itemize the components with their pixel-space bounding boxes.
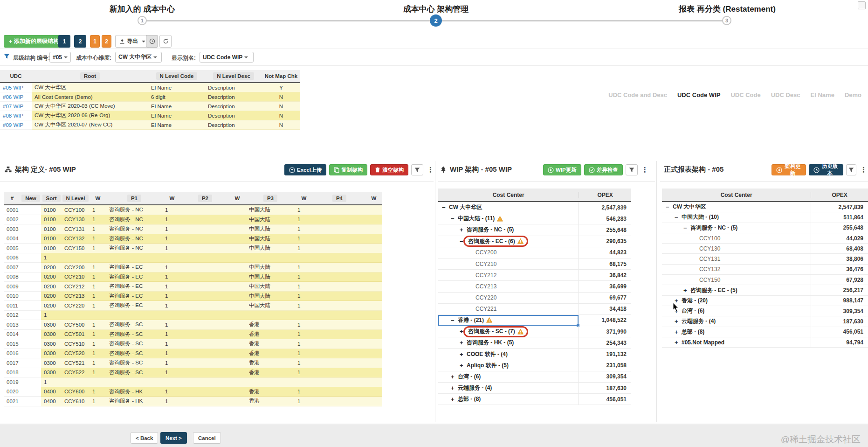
history-version-button[interactable]: 历史版本 bbox=[809, 164, 843, 175]
cost-center-cell[interactable]: +#05.Not Mapped bbox=[662, 337, 811, 347]
definition-cell[interactable] bbox=[365, 272, 382, 282]
definition-cell[interactable] bbox=[182, 368, 228, 377]
definition-cell[interactable]: 1 bbox=[295, 291, 313, 301]
tree-row[interactable]: CCY10044,029 bbox=[662, 233, 868, 244]
expand-icon[interactable]: + bbox=[451, 396, 458, 403]
definition-cell[interactable] bbox=[313, 301, 365, 311]
tree-row[interactable]: +总部 - (8)456,051 bbox=[662, 327, 868, 337]
definition-cell[interactable]: 1 bbox=[162, 358, 182, 368]
definition-cell[interactable] bbox=[90, 253, 106, 263]
definition-cell[interactable]: 1 bbox=[295, 244, 313, 253]
definition-cell[interactable]: 1 bbox=[295, 349, 313, 358]
definition-cell[interactable] bbox=[182, 349, 228, 358]
definition-cell[interactable] bbox=[228, 358, 246, 368]
tree-row[interactable]: CCY13138,806 bbox=[662, 254, 868, 264]
formal-more-menu-icon[interactable]: ⋮ bbox=[859, 166, 868, 174]
step-1-circle[interactable]: 1 bbox=[138, 16, 147, 25]
definition-cell[interactable] bbox=[313, 368, 365, 377]
definition-cell[interactable] bbox=[228, 301, 246, 311]
definition-cell[interactable] bbox=[228, 329, 246, 339]
definition-cell[interactable] bbox=[182, 291, 228, 301]
definition-cell[interactable] bbox=[246, 310, 295, 320]
definition-cell[interactable]: 1 bbox=[162, 215, 182, 224]
definition-cell[interactable] bbox=[182, 215, 228, 224]
alias-select[interactable]: UDC Code WIP bbox=[200, 52, 254, 63]
expand-icon[interactable]: + bbox=[675, 339, 682, 346]
definition-cell[interactable] bbox=[228, 310, 246, 320]
definition-header[interactable]: P4 bbox=[313, 192, 365, 205]
definition-cell[interactable] bbox=[228, 272, 246, 282]
tree-row[interactable]: −香港 - (21)1,048,522 bbox=[438, 315, 631, 326]
definition-cell[interactable]: 0100 bbox=[41, 224, 62, 234]
tree-row[interactable]: CCY21236,842 bbox=[438, 270, 631, 281]
expand-icon[interactable]: + bbox=[675, 328, 682, 335]
definition-header[interactable]: P1 bbox=[106, 192, 162, 205]
definition-cell[interactable] bbox=[365, 244, 382, 253]
definition-cell[interactable] bbox=[365, 387, 382, 397]
definition-cell[interactable] bbox=[182, 253, 228, 263]
add-hierarchy-button[interactable]: + 添加新的层级结构 bbox=[4, 35, 64, 48]
definition-cell[interactable]: 1 bbox=[162, 397, 182, 406]
definition-cell[interactable]: 1 bbox=[162, 320, 182, 330]
definition-cell[interactable]: 中国大陆 bbox=[246, 263, 295, 272]
cost-center-cell[interactable]: −CW 大中华区 bbox=[662, 202, 811, 212]
definition-cell[interactable] bbox=[228, 349, 246, 358]
definition-cell[interactable] bbox=[365, 339, 382, 349]
definition-cell[interactable]: 1 bbox=[295, 224, 313, 234]
tree-row[interactable]: +咨询服务 - NC - (5)255,648 bbox=[438, 224, 631, 236]
tab-udc-code-and-desc[interactable]: UDC Code and Desc bbox=[608, 91, 667, 98]
level-button-dark-1[interactable]: 1 bbox=[58, 35, 70, 48]
refresh-button[interactable] bbox=[159, 35, 172, 48]
cost-center-cell[interactable]: CCY132 bbox=[662, 265, 811, 274]
tree-row[interactable]: +#05.Not Mapped94,794 bbox=[662, 337, 868, 348]
definition-cell[interactable] bbox=[365, 329, 382, 339]
definition-cell[interactable]: 1 bbox=[295, 301, 313, 311]
definition-cell[interactable]: 1 bbox=[295, 329, 313, 339]
cost-center-cell[interactable]: +咨询服务 - EC - (5) bbox=[662, 285, 811, 295]
definition-cell[interactable]: CCY100 bbox=[62, 205, 90, 215]
definition-cell[interactable]: 咨询服务 - EC bbox=[106, 301, 162, 311]
definition-cell[interactable] bbox=[228, 253, 246, 263]
definition-cell[interactable]: 1 bbox=[162, 368, 182, 377]
tab-udc-code[interactable]: UDC Code bbox=[730, 91, 760, 98]
definition-cell[interactable]: 中国大陆 bbox=[246, 215, 295, 224]
definition-cell[interactable]: 1 bbox=[295, 234, 313, 244]
definition-cell[interactable]: 中国大陆 bbox=[246, 272, 295, 282]
definition-cell[interactable]: CCY212 bbox=[62, 282, 90, 292]
cost-center-cell[interactable]: CCY100 bbox=[662, 233, 811, 243]
definition-cell[interactable]: 1 bbox=[90, 224, 106, 234]
diff-check-button[interactable]: 差异检查 bbox=[584, 164, 623, 175]
window-widget-icon[interactable] bbox=[858, 1, 866, 9]
definition-cell[interactable]: CCY600 bbox=[62, 387, 90, 397]
collapse-icon[interactable]: − bbox=[666, 203, 673, 210]
definition-cell[interactable] bbox=[246, 253, 295, 263]
definition-cell[interactable] bbox=[228, 368, 246, 377]
definition-cell[interactable] bbox=[106, 377, 162, 387]
definition-cell[interactable] bbox=[182, 310, 228, 320]
definition-cell[interactable] bbox=[365, 263, 382, 272]
expand-icon[interactable]: + bbox=[451, 373, 458, 380]
definition-cell[interactable] bbox=[90, 377, 106, 387]
definition-cell[interactable]: CCY213 bbox=[62, 291, 90, 301]
tree-row[interactable]: CCY21336,699 bbox=[438, 281, 631, 292]
definition-cell[interactable] bbox=[313, 215, 365, 224]
tree-row[interactable]: +咨询服务 - SC - (7)371,990 bbox=[438, 326, 631, 337]
collapse-icon[interactable]: − bbox=[683, 224, 690, 231]
opex-header[interactable]: OPEX bbox=[579, 192, 631, 198]
definition-cell[interactable]: 咨询服务 - EC bbox=[106, 291, 162, 301]
tree-row[interactable]: +台湾 - (6)309,354 bbox=[438, 371, 631, 383]
definition-cell[interactable] bbox=[313, 253, 365, 263]
cost-center-cell[interactable]: CCY150 bbox=[662, 275, 811, 285]
expand-icon[interactable]: + bbox=[675, 318, 682, 325]
wip-more-menu-icon[interactable]: ⋮ bbox=[641, 166, 649, 174]
definition-cell[interactable]: 1 bbox=[295, 320, 313, 330]
definition-cell[interactable] bbox=[313, 310, 365, 320]
level-button-orange-1[interactable]: 1 bbox=[90, 35, 100, 48]
dimension-select[interactable]: CW 大中华区 bbox=[115, 52, 162, 63]
definition-cell[interactable]: 1 bbox=[295, 368, 313, 377]
cost-center-cell[interactable]: +云端服务 - (4) bbox=[662, 316, 811, 326]
definition-cell[interactable]: 1 bbox=[295, 282, 313, 292]
cost-center-cell[interactable]: CCY131 bbox=[662, 254, 811, 264]
definition-cell[interactable]: 0100 bbox=[41, 205, 62, 215]
cost-center-cell[interactable]: +云端服务 - (4) bbox=[438, 383, 579, 393]
